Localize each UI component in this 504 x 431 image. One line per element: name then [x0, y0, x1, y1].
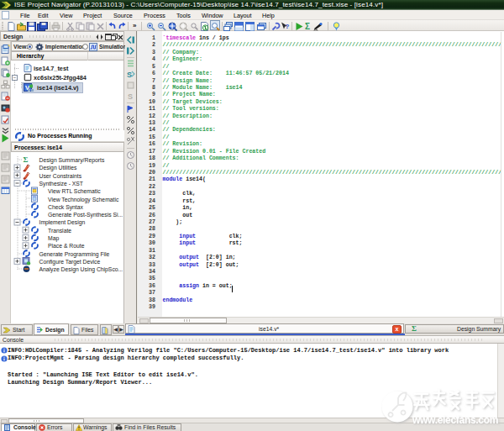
svg-text:Place & Route: Place & Route	[48, 243, 85, 249]
svg-text:View RTL Schematic: View RTL Schematic	[48, 188, 101, 194]
svg-text:Analyze Design Using ChipSco..: Analyze Design Using ChipSco...	[39, 266, 123, 273]
svg-text:Σ: Σ	[24, 155, 29, 164]
svg-text:Design Summary/Reports: Design Summary/Reports	[39, 157, 105, 164]
svg-text:Generate Programming File: Generate Programming File	[39, 251, 110, 258]
svg-text:Generate Post-Synthesis Si...: Generate Post-Synthesis Si...	[48, 212, 123, 218]
svg-text:User Constraints: User Constraints	[39, 173, 82, 179]
svg-text:S: S	[127, 71, 132, 79]
svg-text:Synthesize - XST: Synthesize - XST	[39, 181, 84, 187]
svg-text:Σ: Σ	[305, 22, 310, 31]
svg-text:Translate: Translate	[48, 228, 71, 234]
svg-text:Design Utilities: Design Utilities	[39, 165, 78, 171]
svg-text:?: ?	[286, 23, 290, 30]
svg-text:S: S	[128, 92, 133, 101]
svg-text:Map: Map	[48, 235, 59, 242]
svg-text:Configure Target Device: Configure Target Device	[39, 259, 101, 265]
svg-text:View Technology Schematic: View Technology Schematic	[48, 197, 119, 203]
svg-text:Implement Design: Implement Design	[39, 219, 86, 226]
svg-text:Check Syntax: Check Syntax	[48, 204, 84, 211]
